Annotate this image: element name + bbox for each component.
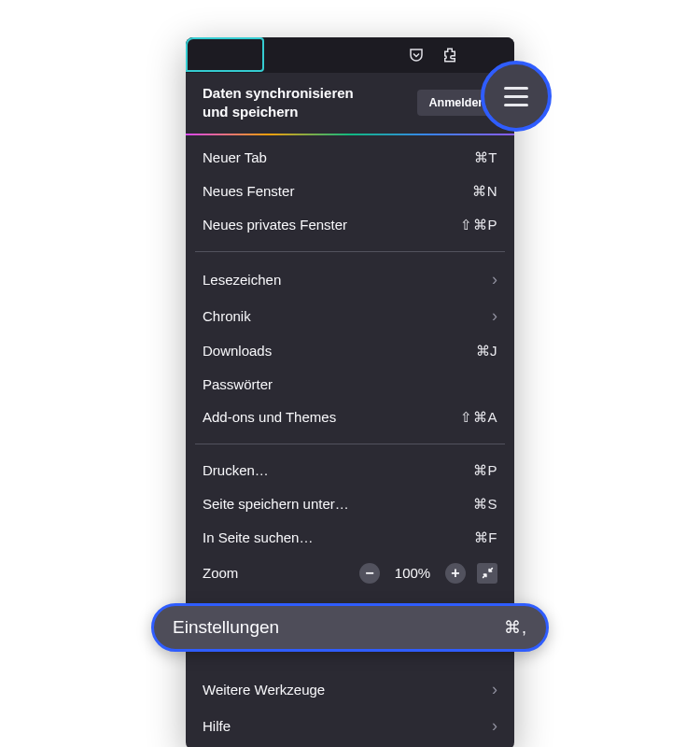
menu-label: Downloads [203,343,476,359]
menu-shortcut: ⌘F [474,529,497,546]
menu-item-new-tab[interactable]: Neuer Tab ⌘T [186,141,514,175]
menu-item-addons[interactable]: Add-ons und Themes ⇧⌘A [186,401,514,434]
zoom-out-button[interactable]: − [359,563,380,584]
menu-section-page: Drucken… ⌘P Seite speichern unter… ⌘S In… [186,448,514,598]
zoom-in-button[interactable]: + [445,563,466,584]
zoom-controls: − 100% + [359,563,497,584]
active-tab-outline [186,37,264,72]
app-menu-panel: Daten synchronisieren und speichern Anme… [186,37,514,747]
toolbar-strip [186,37,514,73]
pocket-icon[interactable] [408,47,425,63]
menu-label: Lesezeichen [203,272,492,288]
zoom-value: 100% [391,565,434,581]
menu-shortcut: ⌘N [472,183,497,200]
menu-item-history[interactable]: Chronik › [186,298,514,334]
chevron-right-icon: › [492,270,497,289]
menu-label: Passwörter [203,376,497,392]
menu-label: Add-ons und Themes [203,409,460,425]
chevron-right-icon: › [492,680,497,699]
chevron-right-icon: › [492,306,497,326]
menu-item-settings[interactable]: Einstellungen ⌘, [151,603,549,652]
app-menu-button[interactable] [481,61,552,132]
menu-section-library: Lesezeichen › Chronik › Downloads ⌘J Pas… [186,256,514,440]
menu-label: Neuer Tab [203,149,474,165]
sync-title: Daten synchronisieren und speichern [203,84,380,122]
menu-item-more-tools[interactable]: Weitere Werkzeuge › [186,671,514,708]
settings-shortcut: ⌘, [504,617,527,638]
menu-item-help[interactable]: Hilfe › [186,708,514,744]
menu-label: Neues Fenster [203,183,472,199]
menu-item-bookmarks[interactable]: Lesezeichen › [186,261,514,298]
menu-item-save-page[interactable]: Seite speichern unter… ⌘S [186,487,514,521]
menu-shortcut: ⌘J [476,343,498,359]
menu-label: Drucken… [203,462,473,478]
divider [195,251,505,252]
menu-item-new-window[interactable]: Neues Fenster ⌘N [186,175,514,208]
menu-shortcut: ⇧⌘P [460,217,497,233]
menu-item-passwords[interactable]: Passwörter [186,368,514,401]
menu-item-zoom: Zoom − 100% + [186,555,514,592]
menu-item-find[interactable]: In Seite suchen… ⌘F [186,521,514,555]
hamburger-icon [504,87,528,106]
menu-label: Hilfe [203,718,492,734]
menu-item-print[interactable]: Drucken… ⌘P [186,454,514,487]
menu-shortcut: ⌘P [473,462,497,479]
menu-shortcut: ⇧⌘A [460,409,497,426]
extension-icon[interactable] [441,47,458,63]
menu-shortcut: ⌘T [474,149,497,166]
menu-shortcut: ⌘S [473,496,497,513]
menu-section-windows: Neuer Tab ⌘T Neues Fenster ⌘N Neues priv… [186,135,514,247]
menu-label: Chronik [203,308,492,324]
chevron-right-icon: › [492,716,497,736]
zoom-label: Zoom [203,565,359,581]
divider [195,444,505,444]
menu-label: Weitere Werkzeuge [203,682,492,698]
menu-item-new-private-window[interactable]: Neues privates Fenster ⇧⌘P [186,208,514,242]
menu-label: Seite speichern unter… [203,496,473,512]
sync-row: Daten synchronisieren und speichern Anme… [186,73,514,135]
fullscreen-button[interactable] [477,563,497,584]
menu-label: Neues privates Fenster [203,217,460,233]
settings-label: Einstellungen [173,617,279,638]
menu-item-downloads[interactable]: Downloads ⌘J [186,334,514,368]
fullscreen-collapse-icon [482,567,494,579]
menu-label: In Seite suchen… [203,529,474,545]
